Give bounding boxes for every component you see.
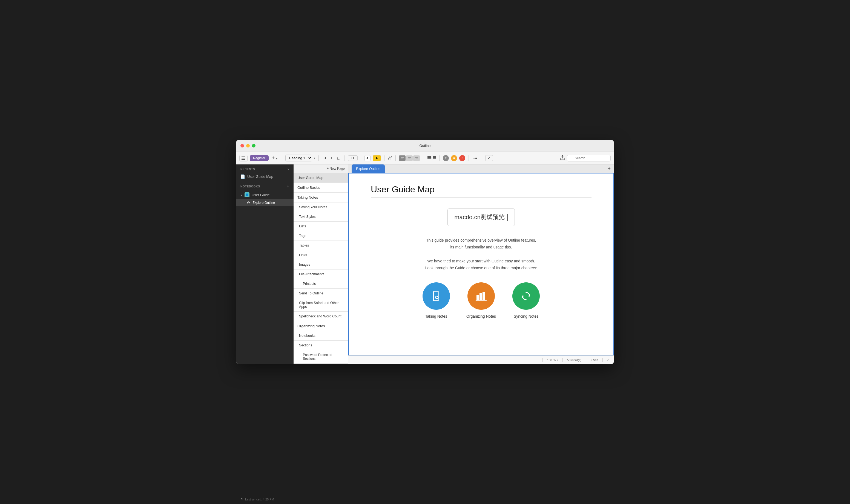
toolbar-separator-7: [423, 156, 423, 161]
chapter-label-organizing-notes[interactable]: Organizing Notes: [466, 314, 496, 319]
page-item-user-guide-map[interactable]: User Guide Map: [294, 173, 348, 183]
svg-rect-11: [415, 159, 418, 159]
page-item-text-styles[interactable]: Text Styles: [294, 212, 348, 222]
footer-separator-2: [562, 358, 563, 362]
new-page-button[interactable]: + New Page: [327, 167, 345, 170]
bold-button[interactable]: B: [322, 156, 327, 161]
page-item-organizing-notes[interactable]: Organizing Notes: [294, 321, 348, 331]
align-group: [399, 156, 420, 161]
minimize-button[interactable]: [246, 144, 250, 147]
page-item-images[interactable]: Images: [294, 260, 348, 270]
notebook-label: User Guide: [251, 193, 270, 197]
heading-style-select[interactable]: Heading 1: [285, 155, 312, 161]
svg-point-14: [427, 157, 428, 158]
page-list-panel: + New Page User Guide Map Outline Basics…: [294, 164, 348, 364]
toolbar-separator-4: [361, 156, 361, 161]
sidebar-notebook-user-guide[interactable]: ∨ 📘 User Guide: [236, 191, 294, 199]
expand-icon[interactable]: ⤢: [607, 358, 610, 362]
svg-rect-4: [401, 158, 403, 158]
page-item-clip-from-safari[interactable]: Clip from Safari and Other Apps: [294, 298, 348, 312]
watermark-text: macdo.cn测试预览: [454, 214, 504, 220]
svg-rect-17: [428, 158, 431, 159]
zoom-value: 100 %: [547, 358, 556, 362]
add-button[interactable]: + ▾: [271, 155, 279, 161]
svg-rect-29: [436, 297, 438, 298]
tag-star-button[interactable]: ★: [451, 155, 457, 161]
search-wrapper: 🔍: [567, 155, 611, 161]
page-item-send-to-outline[interactable]: Send To Outline: [294, 289, 348, 298]
close-button[interactable]: [240, 144, 244, 147]
highlight-button[interactable]: A: [373, 155, 381, 161]
notebooks-add-button[interactable]: +: [287, 184, 289, 189]
description-line4: Look through the Guide or choose one of …: [371, 265, 591, 271]
sidebar-section-explore-outline[interactable]: 🗺 Explore Outline: [236, 199, 294, 206]
svg-rect-6: [408, 157, 411, 158]
more-tags-button[interactable]: •••: [472, 156, 479, 161]
page-item-lists[interactable]: Lists: [294, 222, 348, 231]
list-group: 1. 2. 3.: [427, 156, 436, 160]
page-item-spellcheck[interactable]: Spellcheck and Word Count: [294, 312, 348, 321]
page-item-section-groups[interactable]: Section Groups: [294, 364, 348, 364]
share-button[interactable]: [560, 155, 565, 161]
page-icon: 📄: [240, 174, 245, 179]
toolbar-separator-10: [482, 156, 482, 161]
section-label: Explore Outline: [253, 201, 275, 205]
font-color-button[interactable]: A: [364, 155, 370, 161]
footer-zoom: 100 % ▾: [547, 358, 558, 362]
sidebar-item-user-guide-map[interactable]: 📄 User Guide Map: [236, 173, 294, 181]
chapter-syncing-notes: Syncing Notes: [513, 282, 540, 319]
underline-button[interactable]: U: [335, 156, 341, 161]
toolbar-right: 🔍: [560, 155, 611, 161]
align-right-button[interactable]: [413, 156, 420, 161]
svg-rect-31: [480, 293, 482, 300]
italic-button[interactable]: I: [330, 156, 333, 161]
traffic-lights: [240, 144, 256, 147]
chapter-circle-green: [513, 282, 540, 310]
toolbar-separator-1: [282, 156, 282, 161]
content-tab-explore-outline[interactable]: Explore Outline: [352, 164, 385, 173]
chapter-label-syncing-notes[interactable]: Syncing Notes: [514, 314, 538, 319]
fullscreen-button[interactable]: [252, 144, 256, 147]
page-item-outline-basics[interactable]: Outline Basics: [294, 183, 348, 193]
tag-exclamation-button[interactable]: !: [459, 155, 465, 161]
text-cursor: [507, 214, 508, 221]
page-item-taking-notes[interactable]: Taking Notes: [294, 193, 348, 202]
page-item-printouts[interactable]: Printouts: [294, 279, 348, 289]
svg-text:3.: 3.: [432, 158, 432, 159]
page-item-links[interactable]: Links: [294, 250, 348, 260]
svg-rect-2: [242, 159, 245, 160]
font-size-box[interactable]: 11: [348, 156, 358, 161]
content-body: User Guide Map macdo.cn测试预览 This guide p…: [348, 174, 614, 356]
register-button[interactable]: Register: [250, 155, 268, 161]
page-item-notebooks[interactable]: Notebooks: [294, 331, 348, 341]
page-item-file-attachments[interactable]: File Attachments: [294, 270, 348, 279]
sidebar: RECENTS ∨ 📄 User Guide Map NOTEBOOKS + ∨…: [236, 164, 294, 364]
content-footer: 100 % ▾ 50 word(s) ✓Abc ⤢: [348, 356, 614, 364]
checklist-button[interactable]: ✓: [485, 155, 493, 161]
tag-question-button[interactable]: ?: [443, 155, 449, 161]
content-tab-add-button[interactable]: +: [608, 166, 611, 172]
list-bullet-button[interactable]: [427, 156, 431, 160]
svg-rect-10: [416, 158, 418, 158]
list-number-button[interactable]: 1. 2. 3.: [432, 156, 436, 160]
align-left-button[interactable]: [399, 156, 405, 161]
link-button[interactable]: [388, 156, 392, 160]
search-input[interactable]: [567, 155, 611, 161]
content-description: This guide provides comprehensive overvi…: [371, 237, 591, 271]
svg-rect-9: [415, 157, 418, 158]
page-item-saving-your-notes[interactable]: Saving Your Notes: [294, 202, 348, 212]
chapter-label-taking-notes[interactable]: Taking Notes: [425, 314, 447, 319]
align-center-button[interactable]: [406, 156, 413, 161]
page-item-sections[interactable]: Sections: [294, 341, 348, 350]
recents-section-header[interactable]: RECENTS ∨: [236, 164, 294, 173]
page-item-password-protected[interactable]: Password Protected Sections: [294, 350, 348, 364]
zoom-dropdown-icon: ▾: [557, 359, 558, 361]
chapter-taking-notes: Taking Notes: [422, 282, 450, 319]
svg-rect-30: [476, 295, 479, 300]
page-item-tags[interactable]: Tags: [294, 231, 348, 241]
page-item-tables[interactable]: Tables: [294, 241, 348, 250]
svg-rect-15: [428, 157, 431, 158]
chapter-circle-orange: [467, 282, 495, 310]
notebook-chevron-icon: ∨: [240, 194, 242, 196]
sidebar-toggle-button[interactable]: [239, 155, 247, 161]
